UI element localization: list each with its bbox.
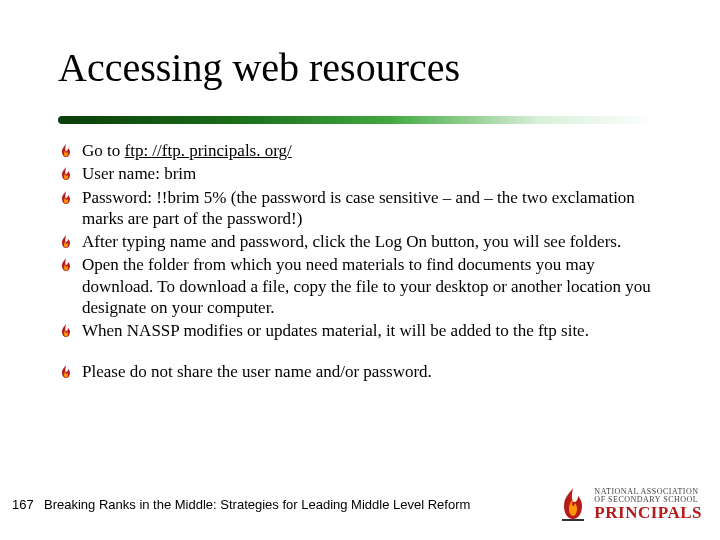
bullet-pretext: Go to xyxy=(82,141,125,160)
flame-icon xyxy=(58,323,76,339)
flame-icon xyxy=(58,257,76,273)
bullet-text: After typing name and password, click th… xyxy=(82,231,621,252)
list-item: Password: !!brim 5% (the password is cas… xyxy=(58,187,658,230)
flame-icon xyxy=(58,190,76,206)
bullet-text: Open the folder from which you need mate… xyxy=(82,254,658,318)
flame-icon xyxy=(58,143,76,159)
list-item: User name: brim xyxy=(58,163,658,184)
nassp-logo: NATIONAL ASSOCIATION OF SECONDARY SCHOOL… xyxy=(558,486,702,522)
list-item: Open the folder from which you need mate… xyxy=(58,254,658,318)
logo-line3: PRINCIPALS xyxy=(594,504,702,521)
bullet-text: Go to ftp: //ftp. principals. org/ xyxy=(82,140,292,161)
list-item: Please do not share the user name and/or… xyxy=(58,361,658,382)
list-item: Go to ftp: //ftp. principals. org/ xyxy=(58,140,658,161)
flame-icon xyxy=(58,234,76,250)
logo-text: NATIONAL ASSOCIATION OF SECONDARY SCHOOL… xyxy=(594,488,702,521)
slide-title: Accessing web resources xyxy=(58,44,460,91)
ftp-link[interactable]: ftp: //ftp. principals. org/ xyxy=(125,141,292,160)
list-item: When NASSP modifies or updates material,… xyxy=(58,320,658,341)
flame-icon xyxy=(58,166,76,182)
page-number: 167 xyxy=(0,497,44,512)
flame-logo-icon xyxy=(558,486,588,522)
bullet-text: When NASSP modifies or updates material,… xyxy=(82,320,589,341)
bullet-text: Password: !!brim 5% (the password is cas… xyxy=(82,187,658,230)
content-area: Go to ftp: //ftp. principals. org/ User … xyxy=(58,140,658,385)
svg-rect-0 xyxy=(562,519,584,521)
list-item: After typing name and password, click th… xyxy=(58,231,658,252)
bullet-text: User name: brim xyxy=(82,163,196,184)
title-divider xyxy=(58,116,658,124)
flame-icon xyxy=(58,364,76,380)
warning-text: Please do not share the user name and/or… xyxy=(82,361,432,382)
footer-text: Breaking Ranks in the Middle: Strategies… xyxy=(44,497,470,512)
